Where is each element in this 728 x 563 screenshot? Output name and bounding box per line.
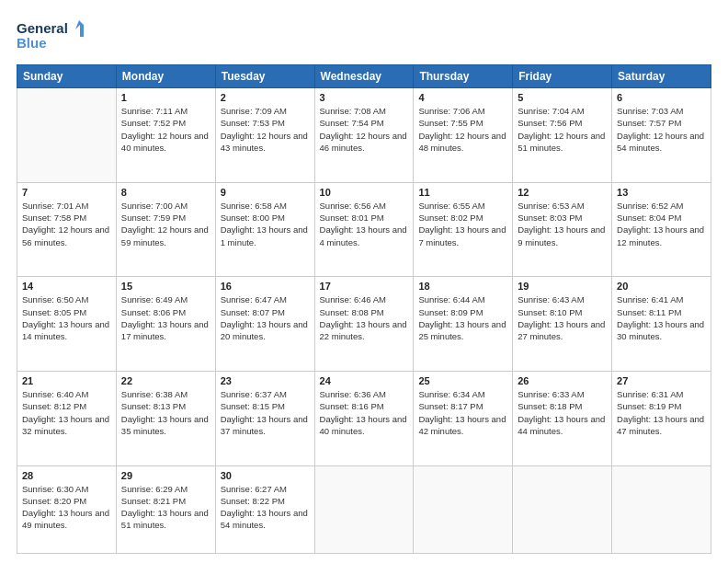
- day-number: 8: [121, 187, 210, 198]
- day-info: Sunrise: 6:27 AMSunset: 8:22 PMDaylight:…: [221, 483, 310, 532]
- day-number: 1: [121, 92, 210, 103]
- day-info: Sunrise: 6:40 AMSunset: 8:12 PMDaylight:…: [22, 388, 111, 437]
- calendar-day-cell: 25Sunrise: 6:34 AMSunset: 8:17 PMDayligh…: [414, 371, 513, 465]
- header: General Blue: [17, 17, 711, 55]
- calendar-week-row: 21Sunrise: 6:40 AMSunset: 8:12 PMDayligh…: [17, 371, 711, 465]
- calendar-week-row: 14Sunrise: 6:50 AMSunset: 8:05 PMDayligh…: [17, 277, 711, 372]
- calendar-day-cell: 1Sunrise: 7:11 AMSunset: 7:52 PMDaylight…: [116, 88, 215, 183]
- calendar-day-cell: 16Sunrise: 6:47 AMSunset: 8:07 PMDayligh…: [215, 277, 314, 372]
- day-number: 11: [418, 187, 507, 198]
- day-number: 28: [22, 470, 111, 481]
- calendar-day-cell: 3Sunrise: 7:08 AMSunset: 7:54 PMDaylight…: [314, 88, 414, 183]
- day-info: Sunrise: 6:58 AMSunset: 8:00 PMDaylight:…: [221, 200, 310, 248]
- day-number: 30: [221, 470, 310, 481]
- logo-svg: General Blue: [17, 17, 90, 55]
- day-number: 25: [418, 375, 507, 386]
- calendar-day-cell: [314, 465, 414, 553]
- calendar-table: SundayMondayTuesdayWednesdayThursdayFrid…: [17, 64, 711, 554]
- day-number: 3: [320, 92, 409, 103]
- calendar-day-cell: 17Sunrise: 6:46 AMSunset: 8:08 PMDayligh…: [314, 277, 414, 372]
- calendar-day-cell: [17, 88, 117, 183]
- calendar-day-cell: 5Sunrise: 7:04 AMSunset: 7:56 PMDaylight…: [513, 88, 612, 183]
- day-number: 2: [221, 92, 310, 103]
- weekday-header-row: SundayMondayTuesdayWednesdayThursdayFrid…: [17, 65, 711, 88]
- calendar-day-cell: 2Sunrise: 7:09 AMSunset: 7:53 PMDaylight…: [215, 88, 314, 183]
- day-number: 12: [518, 187, 607, 198]
- day-info: Sunrise: 7:11 AMSunset: 7:52 PMDaylight:…: [121, 105, 210, 154]
- calendar-day-cell: 6Sunrise: 7:03 AMSunset: 7:57 PMDaylight…: [612, 88, 711, 183]
- calendar-day-cell: 14Sunrise: 6:50 AMSunset: 8:05 PMDayligh…: [17, 277, 117, 372]
- calendar-day-cell: 18Sunrise: 6:44 AMSunset: 8:09 PMDayligh…: [414, 277, 513, 372]
- calendar-day-cell: 15Sunrise: 6:49 AMSunset: 8:06 PMDayligh…: [116, 277, 215, 372]
- day-info: Sunrise: 6:33 AMSunset: 8:18 PMDaylight:…: [518, 388, 607, 437]
- calendar-day-cell: 13Sunrise: 6:52 AMSunset: 8:04 PMDayligh…: [612, 182, 711, 277]
- calendar-day-cell: 29Sunrise: 6:29 AMSunset: 8:21 PMDayligh…: [116, 465, 215, 553]
- calendar-body: 1Sunrise: 7:11 AMSunset: 7:52 PMDaylight…: [17, 88, 711, 554]
- day-number: 5: [518, 92, 607, 103]
- day-info: Sunrise: 6:55 AMSunset: 8:02 PMDaylight:…: [418, 200, 507, 248]
- weekday-header-cell: Saturday: [612, 65, 711, 88]
- weekday-header-cell: Friday: [513, 65, 612, 88]
- day-info: Sunrise: 6:47 AMSunset: 8:07 PMDaylight:…: [221, 293, 310, 342]
- day-number: 7: [22, 187, 111, 198]
- day-number: 17: [320, 281, 409, 292]
- day-info: Sunrise: 6:46 AMSunset: 8:08 PMDaylight:…: [320, 293, 409, 342]
- calendar-day-cell: 20Sunrise: 6:41 AMSunset: 8:11 PMDayligh…: [612, 277, 711, 372]
- day-info: Sunrise: 7:00 AMSunset: 7:59 PMDaylight:…: [121, 200, 210, 248]
- day-info: Sunrise: 6:56 AMSunset: 8:01 PMDaylight:…: [320, 200, 409, 248]
- weekday-header-cell: Wednesday: [314, 65, 414, 88]
- weekday-header-cell: Thursday: [414, 65, 513, 88]
- weekday-header-cell: Tuesday: [215, 65, 314, 88]
- page: General Blue SundayMondayTuesdayWednesda…: [0, 0, 728, 563]
- day-number: 15: [121, 281, 210, 292]
- day-info: Sunrise: 6:36 AMSunset: 8:16 PMDaylight:…: [320, 388, 409, 437]
- day-number: 24: [320, 375, 409, 386]
- day-number: 23: [221, 375, 310, 386]
- day-info: Sunrise: 6:29 AMSunset: 8:21 PMDaylight:…: [121, 483, 210, 532]
- calendar-day-cell: 8Sunrise: 7:00 AMSunset: 7:59 PMDaylight…: [116, 182, 215, 277]
- day-info: Sunrise: 6:41 AMSunset: 8:11 PMDaylight:…: [617, 293, 706, 342]
- day-number: 18: [418, 281, 507, 292]
- logo: General Blue: [17, 17, 90, 55]
- day-info: Sunrise: 7:06 AMSunset: 7:55 PMDaylight:…: [418, 105, 507, 154]
- day-number: 29: [121, 470, 210, 481]
- calendar-day-cell: 10Sunrise: 6:56 AMSunset: 8:01 PMDayligh…: [314, 182, 414, 277]
- day-number: 16: [221, 281, 310, 292]
- calendar-day-cell: 4Sunrise: 7:06 AMSunset: 7:55 PMDaylight…: [414, 88, 513, 183]
- day-number: 6: [617, 92, 706, 103]
- day-info: Sunrise: 6:53 AMSunset: 8:03 PMDaylight:…: [518, 200, 607, 248]
- calendar-day-cell: 30Sunrise: 6:27 AMSunset: 8:22 PMDayligh…: [215, 465, 314, 553]
- day-number: 20: [617, 281, 706, 292]
- calendar-day-cell: [414, 465, 513, 553]
- day-info: Sunrise: 6:30 AMSunset: 8:20 PMDaylight:…: [22, 483, 111, 532]
- day-info: Sunrise: 6:37 AMSunset: 8:15 PMDaylight:…: [221, 388, 310, 437]
- calendar-day-cell: [612, 465, 711, 553]
- calendar-day-cell: 27Sunrise: 6:31 AMSunset: 8:19 PMDayligh…: [612, 371, 711, 465]
- calendar-day-cell: 24Sunrise: 6:36 AMSunset: 8:16 PMDayligh…: [314, 371, 414, 465]
- day-info: Sunrise: 6:38 AMSunset: 8:13 PMDaylight:…: [121, 388, 210, 437]
- day-info: Sunrise: 6:50 AMSunset: 8:05 PMDaylight:…: [22, 293, 111, 342]
- weekday-header-cell: Sunday: [17, 65, 117, 88]
- day-info: Sunrise: 6:43 AMSunset: 8:10 PMDaylight:…: [518, 293, 607, 342]
- calendar-day-cell: 7Sunrise: 7:01 AMSunset: 7:58 PMDaylight…: [17, 182, 117, 277]
- calendar-day-cell: [513, 465, 612, 553]
- day-number: 10: [320, 187, 409, 198]
- day-number: 27: [617, 375, 706, 386]
- day-info: Sunrise: 7:08 AMSunset: 7:54 PMDaylight:…: [320, 105, 409, 154]
- calendar-day-cell: 28Sunrise: 6:30 AMSunset: 8:20 PMDayligh…: [17, 465, 117, 553]
- day-number: 19: [518, 281, 607, 292]
- calendar-day-cell: 19Sunrise: 6:43 AMSunset: 8:10 PMDayligh…: [513, 277, 612, 372]
- day-number: 21: [22, 375, 111, 386]
- day-info: Sunrise: 6:52 AMSunset: 8:04 PMDaylight:…: [617, 200, 706, 248]
- day-number: 14: [22, 281, 111, 292]
- svg-text:Blue: Blue: [17, 35, 47, 51]
- day-info: Sunrise: 7:04 AMSunset: 7:56 PMDaylight:…: [518, 105, 607, 154]
- day-number: 4: [418, 92, 507, 103]
- calendar-week-row: 28Sunrise: 6:30 AMSunset: 8:20 PMDayligh…: [17, 465, 711, 553]
- calendar-day-cell: 21Sunrise: 6:40 AMSunset: 8:12 PMDayligh…: [17, 371, 117, 465]
- day-number: 13: [617, 187, 706, 198]
- day-info: Sunrise: 6:31 AMSunset: 8:19 PMDaylight:…: [617, 388, 706, 437]
- day-number: 9: [221, 187, 310, 198]
- calendar-day-cell: 23Sunrise: 6:37 AMSunset: 8:15 PMDayligh…: [215, 371, 314, 465]
- day-info: Sunrise: 7:09 AMSunset: 7:53 PMDaylight:…: [221, 105, 310, 154]
